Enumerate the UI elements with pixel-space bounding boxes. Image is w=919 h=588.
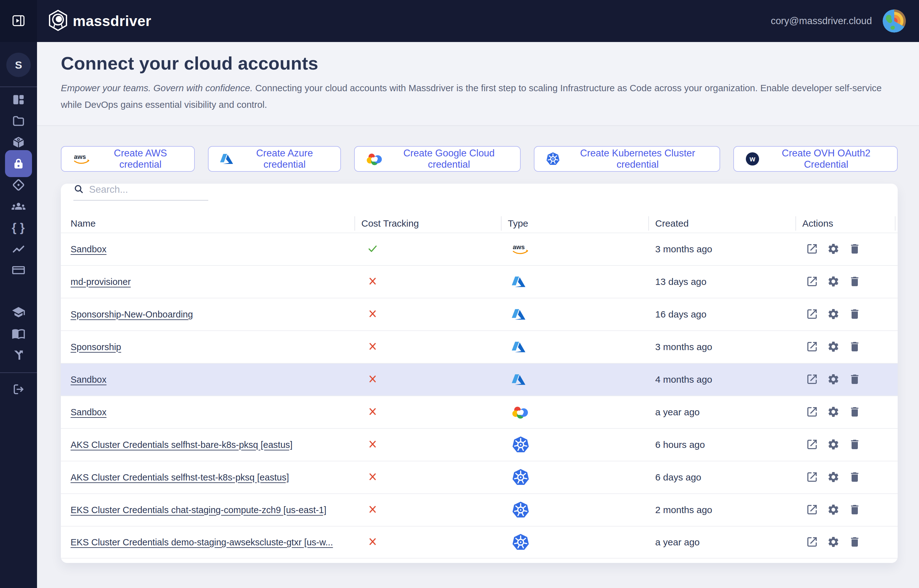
- credential-name-link[interactable]: AKS Cluster Credentials selfhst-bare-k8s…: [71, 440, 293, 450]
- sidebar-item-code[interactable]: { }: [5, 217, 32, 238]
- open-credential-button[interactable]: [806, 340, 819, 354]
- created-text: a year ago: [655, 407, 700, 417]
- delete-credential-button[interactable]: [848, 438, 861, 451]
- created-text: 6 days ago: [655, 472, 701, 483]
- folder-icon: [11, 114, 26, 128]
- configure-credential-button[interactable]: [827, 438, 840, 451]
- sidebar-item-bundles[interactable]: [5, 132, 32, 153]
- open-credential-button[interactable]: [806, 405, 819, 419]
- open-credential-button[interactable]: [806, 536, 819, 549]
- panel-toggle-icon: [11, 14, 26, 29]
- create-ovh-credential-button[interactable]: w Create OVH OAuth2 Credential: [733, 146, 898, 172]
- table-row[interactable]: md-provisioner aws 13 days ago: [61, 265, 898, 298]
- brand-logo[interactable]: massdriver: [48, 10, 152, 32]
- sidebar-item-projects[interactable]: [5, 110, 32, 132]
- delete-credential-button[interactable]: [848, 405, 861, 419]
- credential-name-link[interactable]: Sandbox: [71, 407, 107, 417]
- delete-credential-button[interactable]: [848, 340, 861, 354]
- open-credential-button[interactable]: [806, 503, 819, 517]
- configure-credential-button[interactable]: [827, 405, 840, 419]
- table-row[interactable]: EKS Cluster Credentials demo-staging-aws…: [61, 526, 898, 559]
- gear-icon: [827, 503, 840, 517]
- sidebar-item-changelog[interactable]: [5, 344, 32, 365]
- open-credential-button[interactable]: [806, 471, 819, 484]
- create-azure-credential-button[interactable]: Create Azure credential: [208, 146, 341, 172]
- brand-name: massdriver: [73, 13, 152, 29]
- configure-credential-button[interactable]: [827, 242, 840, 256]
- branch-split-icon: [11, 348, 26, 362]
- configure-credential-button[interactable]: [827, 340, 840, 354]
- sidebar-item-metrics[interactable]: [5, 238, 32, 260]
- configure-credential-button[interactable]: [827, 373, 840, 386]
- configure-credential-button[interactable]: [827, 503, 840, 517]
- sidebar-item-billing[interactable]: [5, 260, 32, 281]
- table-row[interactable]: AKS Cluster Credentials selfhst-bare-k8s…: [61, 428, 898, 461]
- created-text: 16 days ago: [655, 309, 706, 320]
- table-row[interactable]: Sponsorship-New-Onboarding aws 16: [61, 298, 898, 330]
- sidebar-toggle-button[interactable]: [10, 13, 27, 29]
- search-input[interactable]: [89, 184, 208, 195]
- configure-credential-button[interactable]: [827, 275, 840, 288]
- google-cloud-type-icon: [511, 405, 529, 419]
- sidebar-item-docs[interactable]: [5, 323, 32, 344]
- delete-credential-button[interactable]: [848, 471, 861, 484]
- cost-tracking-disabled-icon: [367, 438, 378, 451]
- create-kubernetes-credential-button[interactable]: Create Kubernetes Cluster credential: [534, 146, 720, 172]
- sidebar-item-logout[interactable]: [5, 379, 32, 400]
- deploy-diamond-icon: [11, 178, 26, 192]
- sidebar-item-deployments[interactable]: [5, 174, 32, 195]
- table-row[interactable]: Sponsorship aws 3 months ago: [61, 330, 898, 363]
- credential-name-link[interactable]: Sandbox: [71, 375, 107, 385]
- delete-credential-button[interactable]: [848, 308, 861, 321]
- gear-icon: [827, 471, 840, 484]
- workspace-avatar[interactable]: S: [6, 53, 31, 77]
- sidebar-item-learn[interactable]: [5, 302, 32, 323]
- credential-name-link[interactable]: Sandbox: [71, 244, 107, 255]
- table-row[interactable]: Sandbox aws 4 months ago: [61, 363, 898, 396]
- trash-icon: [848, 503, 861, 517]
- open-credential-button[interactable]: [806, 242, 819, 256]
- column-header-created: Created: [648, 216, 795, 231]
- delete-credential-button[interactable]: [848, 242, 861, 256]
- sidebar-item-teams[interactable]: [5, 195, 32, 217]
- create-google-cloud-credential-button[interactable]: Create Google Cloud credential: [354, 146, 521, 172]
- configure-credential-button[interactable]: [827, 308, 840, 321]
- configure-credential-button[interactable]: [827, 536, 840, 549]
- dashboard-icon: [11, 93, 26, 107]
- user-avatar[interactable]: [883, 10, 906, 32]
- delete-credential-button[interactable]: [848, 536, 861, 549]
- created-text: 6 hours ago: [655, 439, 705, 450]
- table-row[interactable]: AKS Cluster Credentials selfhst-test-k8s…: [61, 461, 898, 493]
- open-credential-button[interactable]: [806, 308, 819, 321]
- sidebar-item-dashboard[interactable]: [5, 89, 32, 110]
- sidebar-item-credentials[interactable]: [5, 150, 32, 177]
- button-label: Create OVH OAuth2 Credential: [767, 148, 886, 170]
- top-bar: massdriver cory@massdriver.cloud: [0, 0, 919, 42]
- credential-name-link[interactable]: Sponsorship-New-Onboarding: [71, 309, 193, 320]
- button-label: Create Azure credential: [240, 148, 329, 170]
- external-link-icon: [806, 471, 818, 484]
- table-row[interactable]: EKS Cluster Credentials chat-staging-com…: [61, 493, 898, 526]
- credential-name-link[interactable]: EKS Cluster Credentials chat-staging-com…: [71, 505, 327, 515]
- open-credential-button[interactable]: [806, 438, 819, 451]
- delete-credential-button[interactable]: [848, 373, 861, 386]
- table-row[interactable]: Sandbox aws 3 months ago: [61, 233, 898, 265]
- credential-name-link[interactable]: Sponsorship: [71, 342, 121, 352]
- delete-credential-button[interactable]: [848, 503, 861, 517]
- trash-icon: [848, 340, 861, 354]
- main-content: Connect your cloud accounts Empower your…: [37, 42, 919, 588]
- credential-name-link[interactable]: AKS Cluster Credentials selfhst-test-k8s…: [71, 472, 289, 483]
- configure-credential-button[interactable]: [827, 471, 840, 484]
- open-credential-button[interactable]: [806, 373, 819, 386]
- gear-icon: [827, 438, 840, 452]
- open-credential-button[interactable]: [806, 275, 819, 288]
- create-aws-credential-button[interactable]: aws Create AWS credential: [61, 146, 195, 172]
- delete-credential-button[interactable]: [848, 275, 861, 288]
- ovh-icon: w: [745, 152, 760, 166]
- credential-name-link[interactable]: EKS Cluster Credentials demo-staging-aws…: [71, 537, 333, 548]
- cost-tracking-disabled-icon: [367, 308, 378, 321]
- credential-name-link[interactable]: md-provisioner: [71, 277, 131, 287]
- column-header-type: Type: [501, 216, 648, 231]
- table-row[interactable]: Sandbox aws a year ago: [61, 396, 898, 428]
- svg-text:aws: aws: [513, 244, 525, 250]
